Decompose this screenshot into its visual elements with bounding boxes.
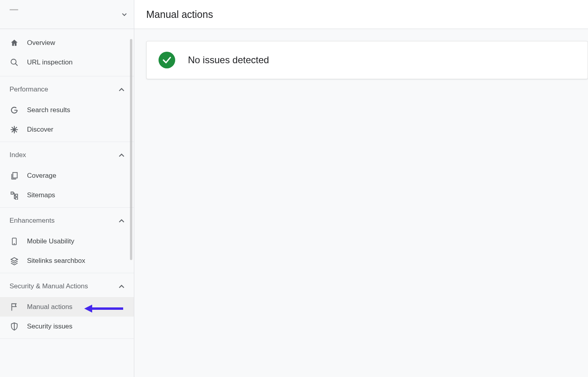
checkmark-badge-icon [159, 52, 175, 68]
flag-icon [10, 302, 19, 312]
section-title: Enhancements [10, 217, 54, 225]
sidebar-item-mobile-usability[interactable]: Mobile Usability [0, 231, 134, 251]
layers-icon [10, 256, 19, 266]
sidebar-item-sitemaps[interactable]: Sitemaps [0, 185, 134, 205]
section-header-security[interactable]: Security & Manual Actions [0, 276, 134, 297]
svg-line-1 [15, 63, 18, 66]
page-title: Manual actions [146, 9, 213, 20]
section-header-index[interactable]: Index [0, 144, 134, 166]
sidebar-scrollbar[interactable] [130, 39, 132, 260]
sidebar-item-sitelinks-searchbox[interactable]: Sitelinks searchbox [0, 251, 134, 270]
main-area: Manual actions No issues detected [134, 0, 588, 377]
content-area: No issues detected [134, 29, 588, 79]
sidebar-item-label: Manual actions [27, 303, 72, 311]
sidebar-section-enhancements: Enhancements Mobile Usability Sitelinks … [0, 207, 134, 273]
sidebar-top-group: Overview URL inspection [0, 29, 134, 72]
sidebar-item-security-issues[interactable]: Security issues [0, 317, 134, 336]
sidebar-item-label: Search results [27, 106, 70, 114]
svg-rect-2 [13, 172, 17, 178]
sidebar-item-manual-actions[interactable]: Manual actions [0, 297, 134, 317]
svg-rect-5 [15, 197, 18, 200]
asterisk-icon [10, 125, 19, 134]
page-header: Manual actions [134, 0, 588, 29]
sidebar-item-label: Sitelinks searchbox [27, 257, 85, 265]
status-message: No issues detected [188, 54, 269, 66]
sidebar-section-index: Index Coverage Sitemaps [0, 142, 134, 208]
sidebar-section-performance: Performance Search results Discover [0, 76, 134, 142]
mobile-icon [10, 237, 19, 246]
pages-icon [10, 171, 19, 181]
section-title: Security & Manual Actions [10, 282, 88, 290]
sidebar-item-label: Discover [27, 126, 53, 134]
svg-rect-4 [15, 194, 18, 196]
sidebar-item-label: Coverage [27, 172, 56, 180]
sidebar-item-label: URL inspection [27, 58, 73, 66]
sidebar-item-overview[interactable]: Overview [0, 33, 134, 52]
svg-rect-3 [11, 192, 14, 194]
property-selector[interactable] [0, 0, 134, 29]
sidebar-item-url-inspection[interactable]: URL inspection [0, 52, 134, 72]
status-card: No issues detected [146, 41, 588, 79]
chevron-up-icon [119, 219, 124, 223]
section-title: Performance [10, 86, 48, 93]
sidebar-item-coverage[interactable]: Coverage [0, 166, 134, 185]
chevron-up-icon [119, 153, 124, 157]
caret-down-icon [122, 13, 127, 16]
shield-icon [10, 322, 19, 331]
sitemap-icon [10, 190, 19, 200]
sidebar-item-search-results[interactable]: Search results [0, 100, 134, 120]
chevron-up-icon [119, 87, 124, 91]
section-header-enhancements[interactable]: Enhancements [0, 210, 134, 231]
property-placeholder-line [10, 9, 18, 10]
sidebar-item-label: Mobile Usability [27, 237, 74, 245]
sidebar-section-security: Security & Manual Actions Manual actions… [0, 273, 134, 339]
chevron-up-icon [119, 284, 124, 288]
section-header-performance[interactable]: Performance [0, 79, 134, 100]
search-icon [10, 58, 19, 67]
svg-point-0 [11, 59, 16, 64]
sidebar-item-label: Security issues [27, 323, 72, 330]
google-g-icon [10, 105, 19, 115]
sidebar-item-label: Overview [27, 39, 55, 47]
sidebar: Overview URL inspection Performance Sear… [0, 0, 134, 377]
section-title: Index [10, 151, 26, 159]
sidebar-item-label: Sitemaps [27, 191, 55, 199]
sidebar-item-discover[interactable]: Discover [0, 120, 134, 139]
home-icon [10, 38, 19, 48]
